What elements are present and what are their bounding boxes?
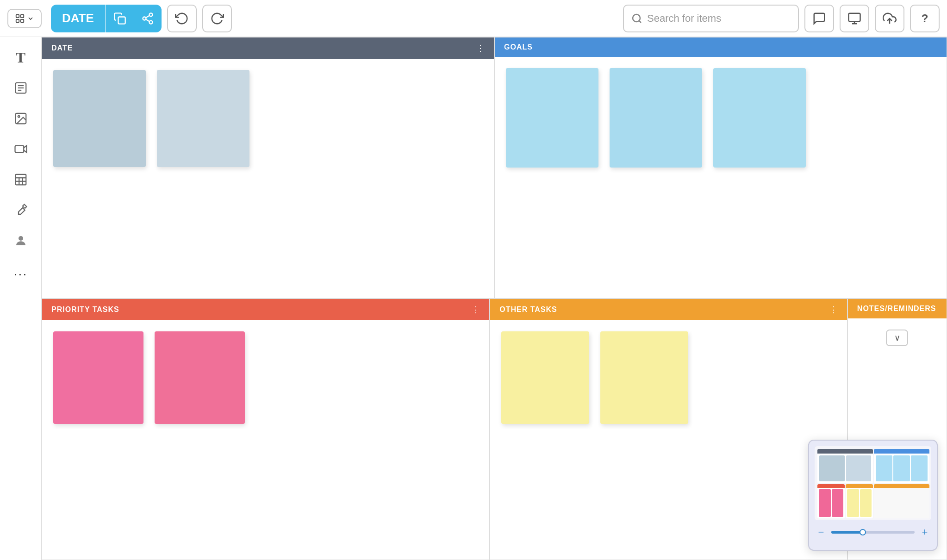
help-button[interactable]: ? bbox=[910, 5, 940, 32]
date-content bbox=[42, 59, 494, 298]
other-title: OTHER TASKS bbox=[499, 305, 557, 314]
priority-header: PRIORITY TASKS ⋮ bbox=[42, 299, 489, 320]
svg-line-11 bbox=[639, 20, 641, 22]
zoom-slider-track[interactable] bbox=[831, 531, 915, 534]
chevron-down-icon: ∨ bbox=[894, 333, 900, 343]
date-panel: DATE ⋮ bbox=[42, 37, 494, 299]
date-title: DATE bbox=[51, 44, 73, 52]
svg-rect-3 bbox=[21, 19, 24, 22]
other-note-1[interactable] bbox=[501, 331, 589, 424]
list-icon bbox=[14, 81, 28, 95]
notes-header: NOTES/REMINDERS bbox=[848, 299, 947, 318]
goals-note-1[interactable] bbox=[506, 68, 598, 168]
title-block: DATE bbox=[51, 5, 162, 32]
sidebar-item-list[interactable] bbox=[7, 75, 35, 101]
date-note-1[interactable] bbox=[53, 70, 146, 167]
goals-note-3[interactable] bbox=[713, 68, 806, 168]
upload-button[interactable] bbox=[875, 5, 904, 32]
other-note-2[interactable] bbox=[600, 331, 688, 424]
sidebar-item-image[interactable] bbox=[7, 106, 35, 131]
zoom-slider-thumb[interactable] bbox=[860, 529, 866, 535]
toolbar: DATE bbox=[0, 0, 947, 37]
priority-panel: PRIORITY TASKS ⋮ bbox=[42, 299, 490, 560]
sidebar-item-table[interactable] bbox=[7, 167, 35, 193]
svg-point-21 bbox=[18, 116, 19, 118]
search-placeholder: Search for items bbox=[647, 12, 721, 25]
help-label: ? bbox=[922, 12, 928, 25]
zoom-in-button[interactable]: + bbox=[918, 526, 931, 539]
svg-point-6 bbox=[143, 17, 146, 20]
sidebar-item-pen[interactable] bbox=[7, 197, 35, 223]
priority-content bbox=[42, 320, 489, 560]
date-note-2[interactable] bbox=[157, 70, 249, 167]
priority-note-2[interactable] bbox=[155, 331, 245, 424]
svg-rect-0 bbox=[16, 14, 19, 17]
svg-point-29 bbox=[19, 236, 23, 241]
svg-point-10 bbox=[633, 14, 640, 22]
more-icon: ... bbox=[14, 264, 27, 279]
other-menu-icon[interactable]: ⋮ bbox=[829, 305, 838, 315]
undo-button[interactable] bbox=[167, 5, 197, 32]
svg-rect-22 bbox=[15, 146, 24, 153]
svg-line-9 bbox=[146, 15, 150, 18]
svg-rect-4 bbox=[118, 17, 125, 24]
date-menu-icon[interactable]: ⋮ bbox=[476, 43, 485, 53]
search-box[interactable]: Search for items bbox=[623, 5, 799, 32]
grid-view-button[interactable] bbox=[7, 9, 42, 28]
sidebar-item-user[interactable] bbox=[7, 228, 35, 254]
canvas: DATE ⋮ GOALS PRIORITY TA bbox=[42, 37, 947, 560]
sidebar-item-more[interactable]: ... bbox=[7, 258, 35, 284]
grid-icon bbox=[15, 13, 25, 24]
svg-point-5 bbox=[149, 13, 152, 16]
share-button[interactable] bbox=[134, 5, 162, 32]
priority-note-1[interactable] bbox=[53, 331, 143, 424]
svg-line-8 bbox=[146, 19, 150, 21]
goals-title: GOALS bbox=[504, 43, 533, 51]
zoom-out-button[interactable]: − bbox=[815, 526, 828, 539]
table-icon bbox=[14, 173, 28, 187]
goals-content bbox=[495, 57, 947, 298]
svg-rect-12 bbox=[849, 13, 860, 21]
sidebar-item-text[interactable]: T bbox=[7, 44, 35, 70]
sidebar-item-video[interactable] bbox=[7, 136, 35, 162]
priority-title: PRIORITY TASKS bbox=[51, 305, 119, 314]
goals-header: GOALS bbox=[495, 37, 947, 57]
chevron-button[interactable]: ∨ bbox=[886, 330, 908, 346]
zoom-controls: − + bbox=[815, 526, 931, 539]
other-panel: OTHER TASKS ⋮ bbox=[490, 299, 847, 560]
other-header: OTHER TASKS ⋮ bbox=[490, 299, 847, 320]
svg-rect-2 bbox=[16, 19, 19, 22]
user-icon bbox=[14, 234, 28, 248]
text-icon: T bbox=[16, 49, 25, 66]
svg-rect-1 bbox=[21, 14, 24, 17]
other-content bbox=[490, 320, 847, 560]
zoom-popup: − + bbox=[808, 440, 938, 551]
image-icon bbox=[14, 112, 28, 125]
pen-icon bbox=[14, 203, 28, 217]
chat-button[interactable] bbox=[804, 5, 834, 32]
notes-title: NOTES/REMINDERS bbox=[857, 305, 936, 313]
date-header: DATE ⋮ bbox=[42, 37, 494, 59]
goals-note-2[interactable] bbox=[610, 68, 702, 168]
search-icon bbox=[631, 13, 642, 24]
copy-button[interactable] bbox=[106, 5, 134, 32]
zoom-preview bbox=[815, 446, 931, 520]
priority-menu-icon[interactable]: ⋮ bbox=[472, 305, 480, 315]
notes-content: ∨ bbox=[848, 318, 947, 354]
chevron-down-icon bbox=[27, 15, 34, 22]
layout-button[interactable] bbox=[840, 5, 869, 32]
svg-point-7 bbox=[149, 20, 152, 24]
video-icon bbox=[14, 142, 28, 156]
svg-rect-23 bbox=[15, 174, 26, 185]
document-title: DATE bbox=[51, 11, 105, 25]
goals-panel: GOALS bbox=[494, 37, 947, 299]
sidebar: T bbox=[0, 37, 42, 560]
redo-button[interactable] bbox=[202, 5, 232, 32]
